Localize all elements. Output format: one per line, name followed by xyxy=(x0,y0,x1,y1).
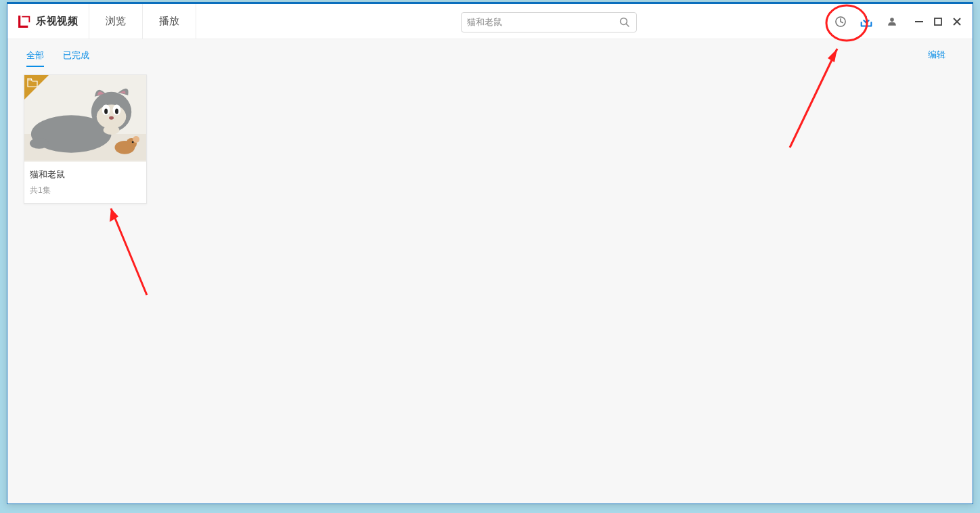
svg-rect-5 xyxy=(935,18,941,25)
brand-text: 乐视视频 xyxy=(36,15,78,28)
close-button[interactable] xyxy=(951,16,963,28)
search-wrap xyxy=(461,12,637,32)
edit-link[interactable]: 编辑 xyxy=(928,49,945,61)
search-box xyxy=(461,12,637,32)
search-icon xyxy=(619,16,631,28)
folder-badge xyxy=(24,75,49,99)
svg-point-16 xyxy=(104,108,108,114)
maximize-button[interactable] xyxy=(932,16,944,28)
close-icon xyxy=(952,17,962,26)
svg-line-27 xyxy=(111,208,147,295)
svg-point-17 xyxy=(115,108,118,114)
svg-point-19 xyxy=(104,125,120,135)
history-button[interactable] xyxy=(828,4,853,39)
download-icon xyxy=(859,14,874,29)
nav-browse-label: 浏览 xyxy=(106,15,126,28)
svg-point-3 xyxy=(890,18,894,22)
brand-icon xyxy=(17,14,32,29)
window-controls xyxy=(913,16,963,28)
edit-link-label: 编辑 xyxy=(928,49,945,60)
card-title: 猫和老鼠 xyxy=(30,169,141,181)
folder-icon xyxy=(27,78,38,87)
tab-done[interactable]: 已完成 xyxy=(63,45,89,66)
svg-point-22 xyxy=(133,136,139,143)
card-meta: 猫和老鼠 共1集 xyxy=(24,162,146,203)
tabs-bar: 全部 已完成 编辑 xyxy=(7,39,973,72)
minimize-icon xyxy=(914,17,924,26)
downloads-button[interactable] xyxy=(853,4,879,39)
svg-point-18 xyxy=(109,116,114,120)
minimize-button[interactable] xyxy=(913,16,925,28)
search-button[interactable] xyxy=(619,16,631,28)
header-right xyxy=(828,4,967,39)
brand-logo[interactable]: 乐视视频 xyxy=(7,4,89,39)
tab-all[interactable]: 全部 xyxy=(26,45,44,66)
search-input[interactable] xyxy=(467,18,619,28)
svg-marker-28 xyxy=(110,208,118,222)
svg-point-23 xyxy=(132,141,134,143)
nav-browse[interactable]: 浏览 xyxy=(89,4,143,39)
tab-all-label: 全部 xyxy=(26,50,44,60)
content-area: 猫和老鼠 共1集 xyxy=(7,72,973,206)
download-card[interactable]: 猫和老鼠 共1集 xyxy=(24,74,147,204)
tab-done-label: 已完成 xyxy=(63,50,89,60)
card-episodes: 共1集 xyxy=(30,185,141,196)
nav-play[interactable]: 播放 xyxy=(143,4,196,39)
clock-icon xyxy=(834,15,847,28)
svg-line-1 xyxy=(626,24,629,26)
nav-play-label: 播放 xyxy=(159,15,179,28)
maximize-icon xyxy=(933,17,943,26)
card-thumb xyxy=(24,75,146,162)
svg-point-11 xyxy=(30,138,49,149)
app-window: 乐视视频 浏览 播放 xyxy=(7,2,973,504)
user-icon xyxy=(885,15,899,28)
header-bar: 乐视视频 浏览 播放 xyxy=(7,4,973,39)
account-button[interactable] xyxy=(879,4,905,39)
